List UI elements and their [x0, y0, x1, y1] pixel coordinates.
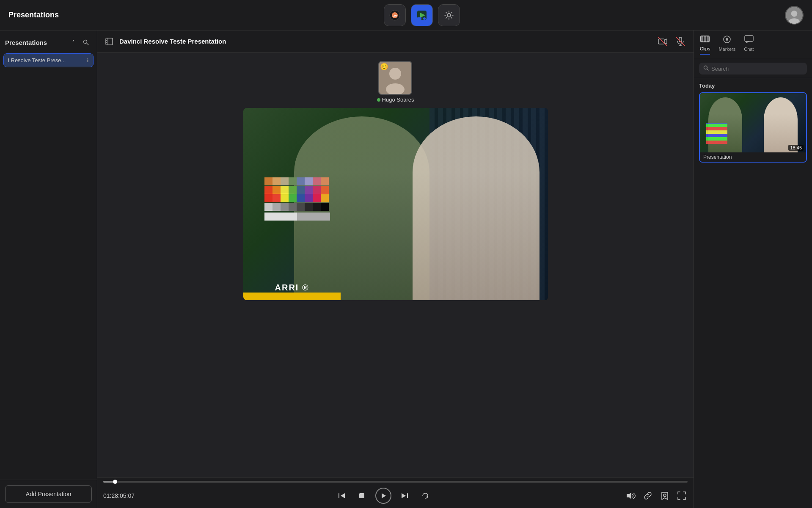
svg-rect-14	[658, 39, 664, 44]
svg-rect-5	[417, 17, 421, 20]
svg-point-6	[423, 17, 426, 20]
main-video: ARRI ®	[243, 108, 548, 300]
clip-thumbnail: 18:45	[700, 93, 806, 152]
arri-chart	[264, 177, 330, 249]
clips-icon	[700, 35, 710, 45]
davinci-button[interactable]: DV	[384, 4, 406, 26]
svg-line-11	[87, 43, 89, 45]
video-area: 😊 Hugo Soares	[97, 52, 694, 477]
sidebar-item-presentation-1[interactable]: i Resolve Teste Prese... ℹ	[3, 53, 94, 67]
svg-rect-33	[704, 36, 706, 42]
user-avatar[interactable]	[785, 6, 804, 25]
tab-chat-label: Chat	[744, 47, 754, 52]
toggle-sidebar-button[interactable]	[103, 36, 115, 47]
svg-rect-32	[701, 36, 703, 42]
svg-line-39	[707, 69, 709, 71]
yellow-strip	[243, 293, 341, 300]
svg-point-8	[791, 11, 798, 17]
volume-button[interactable]	[625, 490, 637, 502]
svg-point-7	[447, 14, 451, 17]
tab-clips[interactable]: Clips	[700, 35, 710, 55]
clip-label: Presentation	[700, 152, 806, 162]
clips-content: Today 18:45 Presentation	[694, 78, 812, 508]
link-button[interactable]	[642, 490, 654, 502]
playmix-button[interactable]	[411, 4, 433, 26]
person-right	[413, 116, 539, 300]
svg-marker-28	[402, 493, 406, 498]
svg-point-30	[663, 494, 666, 497]
svg-text:DV: DV	[392, 14, 397, 18]
online-indicator	[377, 98, 380, 102]
presenter-emoji: 😊	[380, 63, 388, 71]
svg-marker-29	[627, 492, 631, 499]
svg-marker-26	[382, 493, 386, 498]
tab-chat[interactable]: Chat	[744, 35, 754, 54]
chat-icon	[744, 35, 754, 46]
tab-markers-label: Markers	[718, 47, 735, 52]
right-panel: Clips Markers	[694, 30, 812, 508]
presenter-avatar: 😊	[378, 61, 412, 95]
mic-off-button[interactable]	[673, 34, 688, 49]
search-area	[694, 59, 812, 78]
sort-button[interactable]	[65, 36, 77, 48]
today-section-title: Today	[699, 83, 807, 89]
camera-off-button[interactable]	[655, 34, 670, 49]
loop-button[interactable]	[418, 489, 432, 502]
svg-point-36	[726, 38, 728, 41]
sidebar-title: Presentations	[5, 39, 47, 46]
search-icon	[703, 65, 709, 72]
svg-rect-12	[106, 38, 113, 45]
arri-label: ARRI ®	[275, 283, 309, 293]
svg-rect-25	[359, 493, 364, 498]
svg-line-15	[658, 37, 667, 46]
svg-rect-37	[745, 36, 753, 41]
stop-button[interactable]	[355, 489, 369, 502]
presentation-title: Davinci Resolve Teste Presentation	[119, 38, 226, 45]
svg-rect-34	[707, 36, 709, 42]
skip-to-end-button[interactable]	[398, 489, 412, 502]
search-input[interactable]	[711, 66, 803, 72]
avatar-img	[786, 7, 803, 24]
right-panel-tabs: Clips Markers	[694, 30, 812, 59]
playback-bar: 01:28:05:07	[97, 477, 694, 508]
markers-icon	[723, 35, 731, 46]
sidebar-item-label: i Resolve Teste Prese...	[8, 57, 66, 64]
clip-duration: 18:45	[788, 145, 804, 151]
bookmark-button[interactable]	[659, 490, 671, 502]
progress-handle[interactable]	[113, 480, 117, 484]
svg-point-21	[389, 68, 401, 80]
svg-rect-27	[407, 493, 408, 498]
app-title: Presentations	[8, 11, 59, 19]
svg-rect-23	[339, 493, 339, 498]
play-button[interactable]	[375, 488, 391, 504]
tab-clips-label: Clips	[700, 46, 710, 51]
tab-markers[interactable]: Markers	[718, 35, 735, 54]
progress-bar[interactable]	[103, 481, 688, 483]
fullscreen-button[interactable]	[676, 490, 688, 502]
settings-button[interactable]	[438, 4, 460, 26]
svg-marker-24	[341, 493, 345, 498]
presenter-name: Hugo Soares	[377, 97, 414, 103]
sidebar-items-list: i Resolve Teste Prese... ℹ	[0, 52, 97, 480]
svg-point-9	[789, 18, 799, 25]
clip-card-presentation[interactable]: 18:45 Presentation	[699, 92, 807, 163]
search-sidebar-button[interactable]	[80, 36, 92, 48]
time-display: 01:28:05:07	[103, 492, 141, 499]
add-presentation-button[interactable]: Add Presentation	[5, 485, 92, 503]
info-icon[interactable]: ℹ	[87, 58, 89, 64]
presenter-container: 😊 Hugo Soares	[377, 61, 414, 103]
skip-to-start-button[interactable]	[335, 489, 348, 502]
